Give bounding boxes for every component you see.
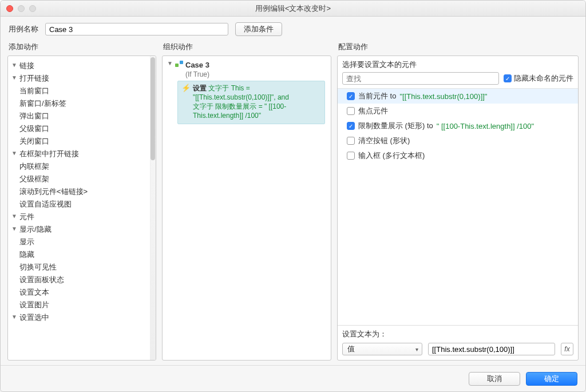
- organize-panel: ▼ Case 3 (If True) ⚡ 设置 文字于 This = "[[Th…: [162, 56, 331, 361]
- configure-action-heading: 配置动作: [337, 39, 579, 56]
- tree-item-label: 父级框架: [19, 173, 49, 185]
- minimize-icon[interactable]: [18, 5, 25, 12]
- target-item-value: " [[100-This.text.length]] /100": [437, 122, 534, 130]
- tree-item[interactable]: ▼链接: [9, 60, 155, 72]
- tree-item-label: 设置面板状态: [19, 274, 64, 286]
- add-actions-heading: 添加动作: [7, 39, 156, 56]
- target-item-label: 输入框 (多行文本框): [358, 151, 425, 161]
- target-item[interactable]: 焦点元件: [338, 104, 578, 118]
- target-item-label: 焦点元件: [358, 106, 388, 116]
- tree-item-label: 弹出窗口: [19, 110, 49, 122]
- tree-item[interactable]: ▼在框架中打开链接: [9, 148, 155, 160]
- tree-item-label: 在框架中打开链接: [19, 148, 79, 160]
- search-input[interactable]: [342, 72, 499, 85]
- tree-item[interactable]: 显示: [9, 236, 155, 248]
- action-line3: 文字于 限制数量展示 = " [[100-: [193, 102, 286, 110]
- zoom-icon[interactable]: [29, 5, 36, 12]
- bolt-icon: ⚡: [181, 84, 191, 92]
- target-item-value: "[[This.text.substr(0,100)]]": [399, 92, 487, 101]
- case-header-row: 用例名称 添加条件: [1, 17, 585, 39]
- tree-item-label: 切换可见性: [19, 261, 57, 274]
- tree-item[interactable]: 内联框架: [9, 160, 155, 173]
- hide-unnamed-label: 隐藏未命名的元件: [514, 73, 573, 84]
- expression-input[interactable]: [428, 343, 555, 355]
- target-item[interactable]: 清空按钮 (形状): [338, 133, 578, 148]
- value-type-select[interactable]: 值: [342, 343, 422, 355]
- tree-item-label: 元件: [19, 211, 34, 223]
- action-line2: "[[This.text.substr(0,100)]]", and: [193, 93, 289, 101]
- tree-item[interactable]: 关闭窗口: [9, 135, 155, 148]
- tree-item[interactable]: ▼显示/隐藏: [9, 223, 155, 236]
- checkbox-icon: ✓: [347, 92, 355, 100]
- case-condition: (If True): [165, 70, 328, 78]
- titlebar: 用例编辑<文本改变时>: [1, 1, 585, 17]
- actions-tree[interactable]: ▼链接▼打开链接当前窗口新窗口/新标签弹出窗口父级窗口关闭窗口▼在框架中打开链接…: [8, 56, 156, 327]
- tree-item[interactable]: 设置图片: [9, 299, 155, 311]
- tree-item-label: 链接: [19, 60, 34, 72]
- cancel-button[interactable]: 取消: [469, 372, 520, 386]
- hide-unnamed-checkbox[interactable]: ✓ 隐藏未命名的元件: [504, 73, 573, 84]
- chevron-down-icon: ▼: [11, 72, 17, 84]
- case-icon: [175, 61, 183, 68]
- chevron-down-icon: ▼: [11, 210, 17, 223]
- tree-item-label: 新窗口/新标签: [19, 97, 66, 110]
- chevron-down-icon: ▼: [11, 59, 17, 72]
- tree-item[interactable]: 设置面板状态: [9, 274, 155, 286]
- tree-item[interactable]: 新窗口/新标签: [9, 97, 155, 110]
- ok-button[interactable]: 确定: [526, 372, 577, 386]
- checkbox-icon: [347, 137, 355, 145]
- action-line1: 文字于 This =: [207, 84, 250, 92]
- add-condition-button[interactable]: 添加条件: [235, 22, 282, 36]
- tree-item-label: 设置图片: [19, 299, 49, 311]
- tree-item[interactable]: 当前窗口: [9, 85, 155, 97]
- tree-item[interactable]: ▼元件: [9, 211, 155, 223]
- tree-item[interactable]: 父级窗口: [9, 122, 155, 135]
- window-title: 用例编辑<文本改变时>: [1, 3, 585, 14]
- chevron-down-icon: ▼: [11, 311, 17, 323]
- window-controls: [6, 5, 36, 12]
- tree-item[interactable]: 弹出窗口: [9, 110, 155, 122]
- tree-item-label: 内联框架: [19, 160, 49, 173]
- tree-item-label: 设置自适应视图: [19, 198, 72, 211]
- scrollbar[interactable]: [150, 56, 156, 360]
- actions-tree-panel: ▼链接▼打开链接当前窗口新窗口/新标签弹出窗口父级窗口关闭窗口▼在框架中打开链接…: [7, 56, 156, 361]
- dialog-footer: 取消 确定: [1, 365, 585, 391]
- set-text-label: 设置文本为：: [342, 329, 573, 339]
- case-node[interactable]: ▼ Case 3: [165, 60, 328, 70]
- tree-item[interactable]: 设置文本: [9, 286, 155, 299]
- tree-item-label: 关闭窗口: [19, 135, 49, 148]
- tree-item[interactable]: ▼设置选中: [9, 311, 155, 324]
- tree-item[interactable]: 滚动到元件<锚链接>: [9, 185, 155, 198]
- target-item[interactable]: ✓限制数量展示 (矩形) to " [[100-This.text.length…: [338, 118, 578, 133]
- tree-item[interactable]: ▼打开链接: [9, 72, 155, 85]
- chevron-down-icon: ▼: [11, 147, 17, 160]
- case-name-label: 用例名称: [9, 24, 38, 34]
- tree-item-label: 显示/隐藏: [19, 223, 52, 236]
- target-item[interactable]: 输入框 (多行文本框): [338, 148, 578, 163]
- case-name-input[interactable]: [45, 23, 228, 35]
- action-line4: This.text.length]] /100": [193, 112, 261, 120]
- chevron-down-icon: ▼: [167, 60, 173, 66]
- target-item-label: 清空按钮 (形状): [358, 136, 410, 146]
- close-icon[interactable]: [6, 5, 13, 12]
- chevron-down-icon: ▼: [11, 223, 17, 235]
- tree-item-label: 打开链接: [19, 72, 49, 85]
- dialog-window: 用例编辑<文本改变时> 用例名称 添加条件 添加动作 ▼链接▼打开链接当前窗口新…: [0, 0, 586, 392]
- target-item-label: 限制数量展示 (矩形) to: [358, 121, 433, 131]
- action-verb: 设置: [193, 84, 207, 92]
- tree-item-label: 父级窗口: [19, 122, 49, 135]
- configure-subheading: 选择要设置文本的元件: [338, 56, 578, 72]
- tree-item-label: 显示: [19, 236, 34, 248]
- target-item[interactable]: ✓当前元件 to "[[This.text.substr(0,100)]]": [338, 89, 578, 104]
- tree-item-label: 设置选中: [19, 311, 49, 324]
- checkbox-icon: [347, 152, 355, 160]
- tree-item[interactable]: 隐藏: [9, 248, 155, 261]
- tree-item[interactable]: 父级框架: [9, 173, 155, 185]
- fx-button[interactable]: fx: [561, 343, 573, 355]
- target-item-label: 当前元件 to: [358, 91, 396, 101]
- tree-item[interactable]: 切换可见性: [9, 261, 155, 274]
- checkbox-icon: ✓: [347, 122, 355, 130]
- organize-actions-heading: 组织动作: [162, 39, 331, 56]
- tree-item[interactable]: 设置自适应视图: [9, 198, 155, 211]
- action-card[interactable]: ⚡ 设置 文字于 This = "[[This.text.substr(0,10…: [177, 81, 325, 124]
